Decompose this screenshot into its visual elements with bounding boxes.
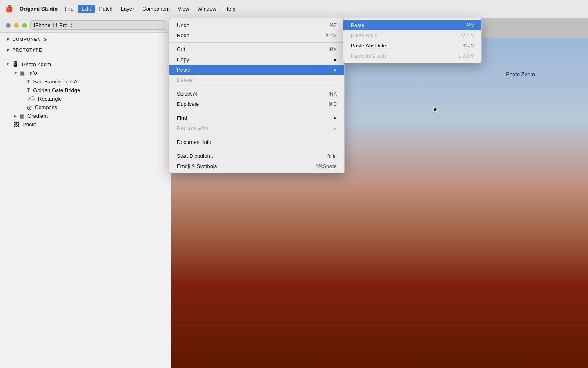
undo-label: Undo bbox=[177, 22, 189, 28]
menu-item-replace-with[interactable]: Replace With ▶ bbox=[169, 123, 344, 133]
submenu-paste-label: Paste bbox=[351, 22, 364, 28]
triangle-icon: ▼ bbox=[6, 37, 10, 42]
tree-label-photo: Photo bbox=[22, 121, 36, 128]
menu-help[interactable]: Help bbox=[220, 5, 240, 13]
section-components-label: COMPONENTS bbox=[12, 37, 47, 42]
menu-item-undo[interactable]: Undo ⌘Z bbox=[169, 20, 344, 30]
tree-label-san-francisco: San Francisco, CA bbox=[33, 79, 77, 85]
menu-patch[interactable]: Patch bbox=[95, 5, 117, 13]
doc-info-label: Document Info bbox=[177, 139, 212, 145]
sidebar-section-components[interactable]: ▼ COMPONENTS bbox=[0, 33, 171, 46]
copy-arrow-icon: ▶ bbox=[334, 57, 337, 62]
section-prototype-label: PROTOTYPE bbox=[12, 47, 42, 52]
menu-file[interactable]: File bbox=[61, 5, 78, 13]
redo-shortcut: ⇧⌘Z bbox=[325, 33, 337, 38]
menubar: 🍎 Origami Studio File Edit Patch Layer C… bbox=[0, 0, 588, 18]
find-label: Find bbox=[177, 115, 187, 121]
select-all-shortcut: ⌘A bbox=[329, 91, 337, 97]
tree-label-info: Info bbox=[28, 70, 37, 76]
tree-label-photo-zoom: Photo Zoom bbox=[22, 61, 51, 67]
submenu-paste-in-graph-shortcut: ⌥⇧⌘V bbox=[456, 53, 474, 59]
tree-label-rectangle: Rectangle bbox=[38, 96, 62, 102]
compass-icon: ◎ bbox=[27, 104, 31, 110]
separator-3 bbox=[169, 111, 344, 111]
menu-item-document-info[interactable]: Document Info bbox=[169, 137, 344, 147]
device-name: iPhone 11 Pro bbox=[34, 22, 67, 28]
undo-shortcut: ⌘Z bbox=[329, 22, 337, 28]
cut-label: Cut bbox=[177, 46, 185, 52]
copy-label: Copy bbox=[177, 56, 189, 63]
submenu-item-paste-absolute[interactable]: Paste Absolute ⇧⌘V bbox=[343, 40, 481, 51]
tree-label-gradient: Gradient bbox=[27, 113, 48, 119]
submenu-item-paste[interactable]: Paste ⌘V bbox=[343, 20, 481, 30]
separator-2 bbox=[169, 87, 344, 87]
submenu-paste-absolute-label: Paste Absolute bbox=[351, 43, 386, 49]
emoji-label: Emoji & Symbols bbox=[177, 163, 217, 169]
tree-item-gradient[interactable]: ▶ ▣ Gradient bbox=[0, 112, 171, 120]
menu-item-select-all[interactable]: Select All ⌘A bbox=[169, 89, 344, 99]
separator-1 bbox=[169, 42, 344, 43]
info-icon: ▣ bbox=[20, 70, 25, 76]
app-name: Origami Studio bbox=[20, 6, 58, 12]
sidebar: ⬤ ⬤ ⬤ iPhone 11 Pro ❮ ▼ COMPONENTS ▼ PRO… bbox=[0, 18, 172, 368]
menu-window[interactable]: Window bbox=[193, 5, 220, 13]
menu-item-copy[interactable]: Copy ▶ bbox=[169, 54, 344, 65]
menu-layer[interactable]: Layer bbox=[117, 5, 138, 13]
menu-item-find[interactable]: Find ▶ bbox=[169, 113, 344, 123]
delete-label: Delete bbox=[177, 77, 192, 83]
menu-item-dictation[interactable]: Start Dictation... fn fn bbox=[169, 151, 344, 161]
redo-label: Redo bbox=[177, 32, 189, 38]
dictation-shortcut: fn fn bbox=[327, 153, 337, 159]
menu-item-duplicate[interactable]: Duplicate ⌘D bbox=[169, 99, 344, 109]
submenu-item-paste-style[interactable]: Paste Style ⌥⌘V bbox=[343, 30, 481, 40]
sidebar-toolbar: ⬤ ⬤ ⬤ iPhone 11 Pro ❮ bbox=[0, 18, 171, 33]
apple-icon[interactable]: 🍎 bbox=[5, 5, 13, 13]
separator-5 bbox=[169, 149, 344, 149]
dictation-label: Start Dictation... bbox=[177, 153, 214, 159]
phone-icon: 📱 bbox=[12, 61, 19, 67]
tree-item-photo-zoom[interactable]: ▼ 📱 Photo Zoom bbox=[0, 60, 171, 69]
select-all-label: Select All bbox=[177, 91, 198, 97]
paste-label: Paste bbox=[177, 67, 190, 73]
menu-item-paste[interactable]: Paste ▶ bbox=[169, 65, 344, 75]
tree-expand-icon: ▼ bbox=[6, 62, 9, 66]
submenu-paste-shortcut: ⌘V bbox=[466, 22, 474, 28]
menu-component[interactable]: Component bbox=[138, 5, 174, 13]
submenu-paste-style-label: Paste Style bbox=[351, 32, 378, 38]
duplicate-shortcut: ⌘D bbox=[328, 101, 337, 107]
sidebar-tree: ▼ 📱 Photo Zoom ▼ ▣ Info T San Francisco,… bbox=[0, 56, 171, 132]
tree-item-golden-gate[interactable]: T Golden Gate Bridge bbox=[0, 86, 171, 94]
tree-item-info[interactable]: ▼ ▣ Info bbox=[0, 69, 171, 77]
tree-expand-info-icon: ▼ bbox=[14, 71, 18, 75]
submenu-paste-absolute-shortcut: ⇧⌘V bbox=[462, 43, 474, 49]
text-icon-gg: T bbox=[27, 88, 30, 93]
menu-item-cut[interactable]: Cut ⌘X bbox=[169, 44, 344, 54]
submenu-item-paste-in-graph[interactable]: Paste in Graph ⌥⇧⌘V bbox=[343, 51, 481, 61]
menu-item-emoji[interactable]: Emoji & Symbols ^⌘Space bbox=[169, 161, 344, 171]
tree-item-san-francisco[interactable]: T San Francisco, CA bbox=[0, 77, 171, 86]
menu-item-delete[interactable]: Delete bbox=[169, 75, 344, 85]
rectangle-icon: ↺☐ bbox=[27, 95, 35, 102]
tree-expand-gradient-icon: ▶ bbox=[14, 114, 17, 118]
tree-label-compass: Compass bbox=[35, 104, 57, 110]
paste-submenu: Paste ⌘V Paste Style ⌥⌘V Paste Absolute … bbox=[343, 18, 482, 63]
dropdown-chevron: ❮ bbox=[70, 23, 73, 27]
menu-edit[interactable]: Edit bbox=[78, 5, 95, 13]
menu-view[interactable]: View bbox=[174, 5, 194, 13]
duplicate-label: Duplicate bbox=[177, 101, 199, 107]
sidebar-section-prototype[interactable]: ▼ PROTOTYPE bbox=[0, 46, 171, 56]
tree-item-compass[interactable]: ◎ Compass bbox=[0, 103, 171, 112]
separator-4 bbox=[169, 135, 344, 135]
gradient-icon: ▣ bbox=[19, 113, 24, 119]
triangle-icon-proto: ▼ bbox=[6, 48, 10, 52]
submenu-paste-style-shortcut: ⌥⌘V bbox=[460, 33, 474, 38]
device-dropdown[interactable]: iPhone 11 Pro ❮ bbox=[30, 20, 166, 30]
menu-item-redo[interactable]: Redo ⇧⌘Z bbox=[169, 30, 344, 40]
tree-item-rectangle[interactable]: ↺☐ Rectangle bbox=[0, 94, 171, 103]
photo-zoom-canvas-label: Photo Zoom bbox=[506, 71, 535, 77]
tree-label-golden-gate: Golden Gate Bridge bbox=[33, 87, 80, 93]
find-arrow-icon: ▶ bbox=[334, 116, 337, 120]
cut-shortcut: ⌘X bbox=[329, 47, 337, 52]
tree-item-photo[interactable]: 🖼 Photo bbox=[0, 120, 171, 129]
replace-label: Replace With bbox=[177, 125, 208, 131]
